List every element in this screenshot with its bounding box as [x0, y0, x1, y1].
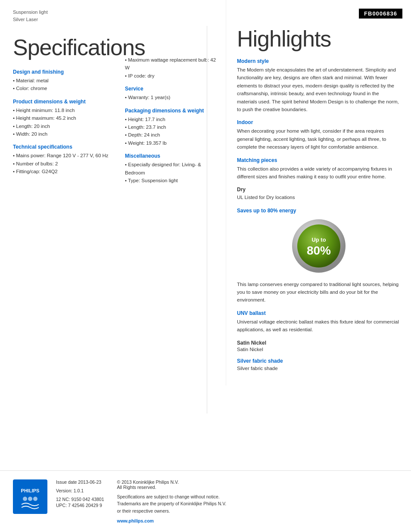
highlight-dry-text: UL Listed for Dry locations: [237, 193, 400, 201]
highlight-unv-ballast-text: Universal voltage electronic ballast mak…: [237, 318, 400, 334]
satin-nickel-title: Satin Nickel: [237, 340, 400, 346]
highlight-matching-pieces-title: Matching pieces: [237, 157, 400, 163]
product-type: Suspension light Silver Laser: [13, 9, 48, 23]
footer-copyright: © 2013 Koninklijke Philips N.V. All Righ…: [117, 479, 398, 490]
list-item: Maximum wattage replacement bulb: 42 W: [125, 56, 220, 72]
highlight-modern-style-text: The Modern style encapsulates the art of…: [237, 66, 400, 113]
highlight-modern-style-title: Modern style: [237, 58, 400, 64]
spec-section-miscellaneous-list: Especially designed for: Living- & Bedro…: [125, 161, 220, 184]
spec-section-service: Service Warranty: 1 year(s): [125, 86, 220, 101]
list-item: Depth: 24 inch: [125, 131, 220, 139]
footer-left-info: Issue date 2013-06-23 Version: 1.0.1 12 …: [56, 479, 104, 523]
footer-nc: 12 NC: 9150 042 43801: [56, 497, 104, 502]
footer-version: Version: 1.0.1: [56, 488, 104, 493]
svg-point-8: [33, 497, 37, 501]
svg-text:80%: 80%: [306, 244, 330, 257]
footer-text-area: Issue date 2013-06-23 Version: 1.0.1 12 …: [56, 479, 398, 523]
highlight-indoor: Indoor When decorating your home with li…: [237, 119, 400, 151]
highlight-unv-ballast: UNV ballast Universal voltage electronic…: [237, 310, 400, 334]
list-item: Warranty: 1 year(s): [125, 93, 220, 101]
svg-text:Up to: Up to: [311, 236, 326, 243]
spec-section-wattage: Maximum wattage replacement bulb: 42 W I…: [125, 56, 220, 80]
svg-text:PHILIPS: PHILIPS: [21, 488, 40, 493]
saves-energy-title: Saves up to 80% energy: [237, 208, 400, 214]
highlights-column: Highlights Modern style The Modern style…: [226, 0, 411, 386]
list-item: IP code: dry: [125, 72, 220, 80]
svg-point-7: [28, 497, 32, 501]
list-item: Length: 23.7 inch: [125, 123, 220, 131]
spec-section-packaging-title: Packaging dimensions & weight: [125, 108, 220, 114]
philips-logo: PHILIPS: [13, 479, 47, 514]
highlight-unv-ballast-title: UNV ballast: [237, 310, 400, 316]
highlight-saves-energy: Saves up to 80% energy: [237, 208, 400, 304]
spec-section-miscellaneous-title: Miscellaneous: [125, 153, 220, 159]
footer: PHILIPS Issue date 2013-06-23 Version: 1…: [0, 470, 411, 532]
list-item: Type: Suspension light: [125, 177, 220, 184]
highlight-satin-nickel: Satin Nickel Satin Nickel: [237, 340, 400, 352]
footer-issue-date: Issue date 2013-06-23: [56, 479, 104, 485]
column-divider: [207, 26, 207, 414]
footer-disclaimer: Specifications are subject to change wit…: [117, 493, 398, 515]
list-item: Especially designed for: Living- & Bedro…: [125, 161, 220, 177]
spec-section-miscellaneous: Miscellaneous Especially designed for: L…: [125, 153, 220, 184]
highlights-title: Highlights: [237, 26, 400, 52]
silver-fabric-text: Silver fabric shade: [237, 366, 400, 371]
energy-description-text: This lamp conserves energy compared to t…: [237, 280, 400, 304]
spec-section-service-title: Service: [125, 86, 220, 92]
highlight-modern-style: Modern style The Modern style encapsulat…: [237, 58, 400, 113]
highlight-dry: Dry UL Listed for Dry locations: [237, 187, 400, 201]
footer-right-info: © 2013 Koninklijke Philips N.V. All Righ…: [117, 479, 398, 523]
spec-section-packaging: Packaging dimensions & weight Height: 17…: [125, 108, 220, 147]
highlight-silver-fabric: Silver fabric shade Silver fabric shade: [237, 358, 400, 371]
page: Suspension light Silver Laser FB0006836 …: [0, 0, 411, 532]
highlight-matching-pieces-text: This collection also provides a wide var…: [237, 165, 400, 181]
spec-section-service-list: Warranty: 1 year(s): [125, 93, 220, 101]
highlight-dry-title: Dry: [237, 187, 400, 193]
svg-point-6: [23, 497, 27, 501]
highlight-matching-pieces: Matching pieces This collection also pro…: [237, 157, 400, 181]
energy-badge: Up to 80%: [291, 218, 347, 274]
footer-website: www.philips.com: [117, 518, 398, 523]
silver-fabric-title: Silver fabric shade: [237, 358, 400, 364]
footer-upc: UPC: 7 42546 20429 9: [56, 503, 104, 508]
spec-section-packaging-list: Height: 17.7 inch Length: 23.7 inch Dept…: [125, 115, 220, 147]
energy-badge-svg: Up to 80%: [291, 218, 347, 274]
energy-badge-container: Up to 80%: [237, 218, 400, 274]
list-item: Weight: 19.357 lb: [125, 139, 220, 147]
satin-nickel-text: Satin Nickel: [237, 347, 400, 352]
highlight-indoor-text: When decorating your home with light, co…: [237, 127, 400, 151]
mid-specs-column: Maximum wattage replacement bulb: 42 W I…: [125, 52, 220, 195]
spec-section-wattage-list: Maximum wattage replacement bulb: 42 W I…: [125, 56, 220, 80]
list-item: Height: 17.7 inch: [125, 115, 220, 123]
highlight-indoor-title: Indoor: [237, 119, 400, 125]
